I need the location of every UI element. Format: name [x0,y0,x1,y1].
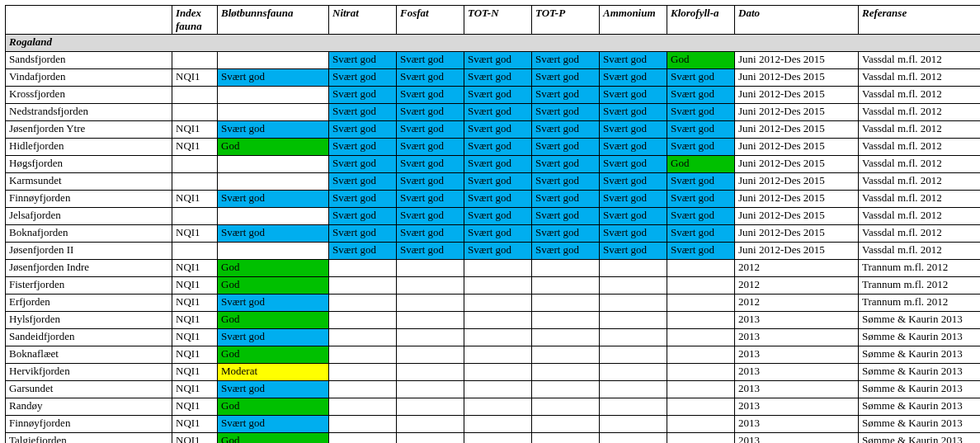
cell-p0: Svært god [329,139,397,156]
cell-ref: Vassdal m.fl. 2012 [859,243,981,260]
cell-p4 [600,260,667,277]
header-name [6,6,172,35]
table-row: JelsafjordenSvært godSvært godSvært godS… [6,208,981,225]
table-row: HylsfjordenNQI1God2013Sømme & Kaurin 201… [6,312,981,329]
cell-p4: Svært god [600,104,667,121]
cell-p2: Svært god [464,173,532,191]
cell-p5 [667,346,735,364]
cell-p3 [532,416,600,433]
cell-p3: Svært god [532,243,600,260]
table-row: BoknaflæetNQI1God2013Sømme & Kaurin 2013 [6,346,981,364]
cell-dato: Juni 2012-Des 2015 [735,173,859,191]
cell-p2: Svært god [464,225,532,243]
cell-p2 [464,260,532,277]
cell-index: NQI1 [172,295,218,312]
cell-p5: Svært god [667,121,735,139]
cell-p4: Svært god [600,225,667,243]
cell-p0: Svært god [329,121,397,139]
cell-p4: Svært god [600,121,667,139]
cell-ref: Vassdal m.fl. 2012 [859,139,981,156]
cell-p1 [397,416,464,433]
cell-ref: Sømme & Kaurin 2013 [859,329,981,346]
cell-fauna: Svært god [218,381,329,398]
cell-p4 [600,381,667,398]
cell-name: Jøsenfjorden II [6,243,172,260]
cell-index [172,104,218,121]
table-row: FisterfjordenNQI1God2012Trannum m.fl. 20… [6,277,981,295]
header-p0: Nitrat [329,6,397,35]
header-fauna: Bløtbunnsfauna [218,6,329,35]
table-row: Jøsenfjorden IISvært godSvært godSvært g… [6,243,981,260]
cell-index [172,156,218,173]
cell-p0: Svært god [329,52,397,69]
cell-index: NQI1 [172,191,218,208]
cell-p4: Svært god [600,69,667,87]
cell-p0 [329,364,397,381]
cell-ref: Vassdal m.fl. 2012 [859,208,981,225]
cell-p5 [667,381,735,398]
cell-p5 [667,433,735,444]
cell-dato: Juni 2012-Des 2015 [735,69,859,87]
cell-dato: 2013 [735,329,859,346]
cell-p1: Svært god [397,87,464,104]
cell-fauna: Svært god [218,225,329,243]
cell-p2 [464,433,532,444]
cell-p1 [397,346,464,364]
cell-p4 [600,277,667,295]
cell-name: Karmsundet [6,173,172,191]
cell-fauna: Moderat [218,364,329,381]
cell-p3: Svært god [532,173,600,191]
cell-p2 [464,329,532,346]
cell-name: Hervikfjorden [6,364,172,381]
cell-name: Boknafjorden [6,225,172,243]
cell-p3: Svært god [532,139,600,156]
cell-dato: 2012 [735,277,859,295]
cell-ref: Sømme & Kaurin 2013 [859,364,981,381]
table-row: GarsundetNQI1Svært god2013Sømme & Kaurin… [6,381,981,398]
cell-ref: Sømme & Kaurin 2013 [859,381,981,398]
cell-p0 [329,398,397,416]
cell-p3: Svært god [532,191,600,208]
cell-p1 [397,433,464,444]
cell-p2 [464,381,532,398]
cell-fauna [218,52,329,69]
header-p5: Klorofyll-a [667,6,735,35]
header-p2: TOT-N [464,6,532,35]
cell-p3 [532,364,600,381]
cell-p3 [532,277,600,295]
cell-p0 [329,312,397,329]
cell-ref: Trannum m.fl. 2012 [859,260,981,277]
cell-index: NQI1 [172,277,218,295]
table-row: KrossfjordenSvært godSvært godSvært godS… [6,87,981,104]
cell-p1: Svært god [397,104,464,121]
cell-index: NQI1 [172,329,218,346]
cell-p5: God [667,156,735,173]
cell-fauna: God [218,433,329,444]
cell-p5: Svært god [667,87,735,104]
cell-p1: Svært god [397,121,464,139]
cell-p5 [667,277,735,295]
cell-index: NQI1 [172,346,218,364]
cell-fauna: God [218,277,329,295]
cell-fauna [218,208,329,225]
cell-index [172,208,218,225]
cell-p0 [329,329,397,346]
cell-p5: Svært god [667,225,735,243]
table-row: SandeidfjordenNQI1Svært god2013Sømme & K… [6,329,981,346]
table-row: Jøsenfjorden IndreNQI1God2012Trannum m.f… [6,260,981,277]
table-row: VindafjordenNQI1Svært godSvært godSvært … [6,69,981,87]
cell-fauna [218,87,329,104]
cell-p5 [667,398,735,416]
cell-name: Jelsafjorden [6,208,172,225]
cell-p1: Svært god [397,208,464,225]
cell-p4 [600,329,667,346]
table-row: HøgsfjordenSvært godSvært godSvært godSv… [6,156,981,173]
cell-p2: Svært god [464,87,532,104]
cell-fauna: God [218,139,329,156]
cell-dato: Juni 2012-Des 2015 [735,104,859,121]
cell-dato: Juni 2012-Des 2015 [735,156,859,173]
cell-name: Erfjorden [6,295,172,312]
cell-p4: Svært god [600,156,667,173]
cell-fauna: Svært god [218,416,329,433]
cell-p4 [600,398,667,416]
